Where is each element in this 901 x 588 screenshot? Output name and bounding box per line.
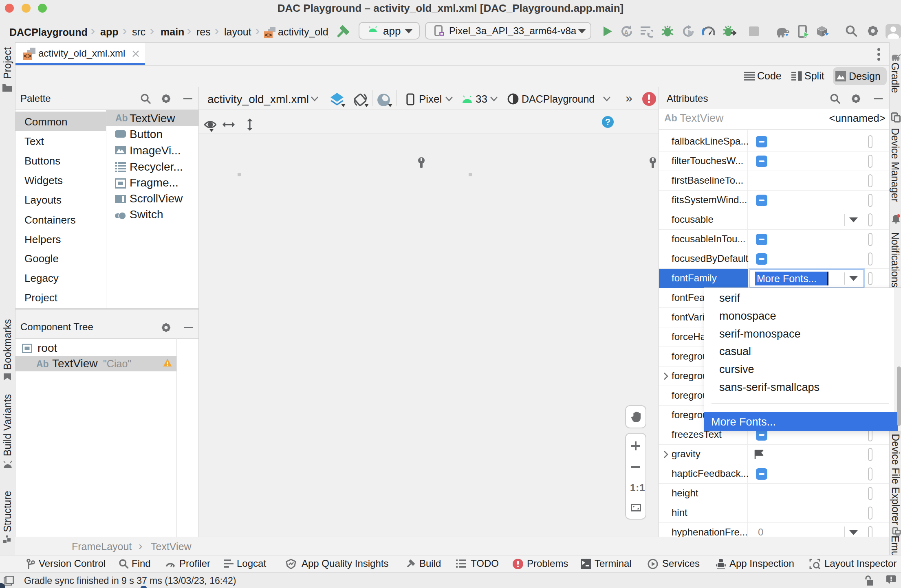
svg-text:A: A: [624, 29, 629, 36]
